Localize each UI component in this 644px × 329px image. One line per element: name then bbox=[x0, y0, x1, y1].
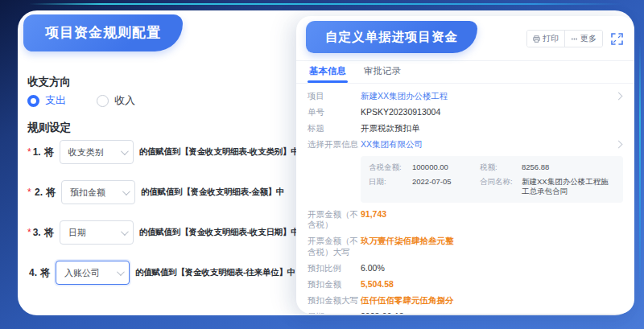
tax-incl-value: 100000.00 bbox=[412, 162, 477, 172]
field-label: 单号 bbox=[308, 107, 361, 117]
required-asterisk: * bbox=[27, 187, 33, 198]
tab-basic-info[interactable]: 基本信息 bbox=[309, 65, 346, 83]
field-doc-no: 单号 KPSKY20230913004 bbox=[308, 107, 623, 117]
chevron-right-icon[interactable] bbox=[615, 93, 623, 101]
print-button[interactable]: 打印 bbox=[527, 31, 564, 47]
printer-icon bbox=[533, 35, 540, 43]
field-withhold-amount: 预扣金额 5,504.58 bbox=[308, 279, 623, 290]
invoice-summary-box: 含税金额: 100000.00 税额: 8256.88 日期: 2022-07-… bbox=[361, 156, 623, 204]
select-value: 收支类别 bbox=[68, 146, 104, 158]
rule-field-select-3[interactable]: 日期 bbox=[60, 220, 134, 245]
document-header: 自定义单据进项目资金 打印 bbox=[296, 16, 634, 61]
radio-expense-label: 支出 bbox=[45, 93, 66, 108]
rule-field-select-2[interactable]: 预扣金额 bbox=[61, 180, 135, 204]
rule-number: 3. bbox=[33, 227, 41, 238]
field-value: 开票税款预扣单 bbox=[361, 123, 623, 134]
field-value: 91,743 bbox=[361, 209, 623, 220]
contract-value: 新建XX集团办公楼工程施工总承包合同 bbox=[522, 177, 615, 196]
fullscreen-icon[interactable] bbox=[610, 32, 624, 46]
decorative-top-line bbox=[29, 3, 623, 5]
more-icon bbox=[571, 35, 578, 43]
chevron-down-icon bbox=[121, 228, 129, 236]
invoice-date-label: 日期: bbox=[369, 177, 409, 196]
rule-verb: 将 bbox=[44, 146, 54, 159]
page-background: 项目资金规则配置 收支方向 支出 收入 规则设定 * 1. 将 bbox=[0, 0, 644, 329]
field-value: 伍仟伍佰零肆元伍角捌分 bbox=[361, 295, 623, 306]
required-asterisk: * bbox=[27, 227, 31, 238]
rule-number: 4. bbox=[29, 267, 37, 278]
field-value: 2023-09-13 bbox=[361, 311, 623, 314]
chevron-right-icon[interactable] bbox=[615, 141, 623, 149]
tax-incl-label: 含税金额: bbox=[369, 162, 409, 172]
tax-label: 税额: bbox=[480, 162, 518, 172]
rule-verb: 将 bbox=[46, 186, 56, 199]
chevron-down-icon bbox=[117, 268, 125, 276]
chevron-down-icon bbox=[121, 147, 129, 155]
select-value: 预扣金额 bbox=[70, 187, 105, 199]
detail-tabs: 基本信息 审批记录 bbox=[296, 61, 634, 84]
field-label: 预扣比例 bbox=[308, 263, 361, 273]
field-label: 预扣金额 bbox=[308, 279, 361, 290]
field-label: 项目 bbox=[308, 91, 361, 101]
field-label: 开票金额（不含税）大写 bbox=[308, 236, 361, 257]
document-toolbar: 打印 更多 bbox=[526, 30, 624, 47]
print-button-label: 打印 bbox=[543, 33, 559, 44]
field-label: 日期 bbox=[308, 311, 361, 314]
rule-row-3: * 3. 将 日期 的值赋值到【资金收支明细表-收支日期】中 bbox=[27, 220, 293, 245]
rule-row-4: 4. 将 入账公司 的值赋值到【资金收支明细表-往来单位】中 bbox=[27, 260, 293, 286]
field-amount-excl: 开票金额（不含税） 91,743 bbox=[308, 209, 623, 230]
rule-suffix: 的值赋值到【资金收支明细表-金额】中 bbox=[141, 187, 284, 198]
direction-radio-group: 支出 收入 bbox=[27, 93, 135, 108]
field-value: 玖万壹仟柒佰肆拾叁元整 bbox=[361, 236, 623, 246]
document-detail-card: 自定义单据进项目资金 打印 bbox=[296, 16, 634, 314]
invoice-date-value: 2022-07-05 bbox=[412, 177, 477, 196]
rule-verb: 将 bbox=[44, 226, 54, 240]
radio-selected-icon bbox=[27, 95, 39, 107]
chevron-down-icon bbox=[122, 187, 130, 195]
radio-expense[interactable]: 支出 bbox=[27, 93, 66, 108]
field-title: 标题 开票税款预扣单 bbox=[308, 123, 623, 134]
field-label: 预扣金额大写 bbox=[308, 295, 361, 306]
field-label: 开票金额（不含税） bbox=[308, 209, 361, 230]
rule-field-select-4[interactable]: 入账公司 bbox=[56, 261, 130, 285]
field-value: 6.00% bbox=[361, 263, 623, 273]
field-date: 日期 2023-09-13 bbox=[308, 311, 623, 314]
contract-label: 合同名称: bbox=[480, 177, 518, 196]
radio-income[interactable]: 收入 bbox=[97, 93, 135, 108]
required-asterisk: * bbox=[27, 146, 31, 158]
field-value: KPSKY20230913004 bbox=[361, 107, 623, 117]
field-label: 选择开票信息 bbox=[308, 139, 361, 150]
field-invoice-info: 选择开票信息 XX集团有限公司 bbox=[308, 139, 623, 150]
more-button-label: 更多 bbox=[580, 33, 597, 44]
field-project: 项目 新建XX集团办公楼工程 bbox=[308, 91, 623, 101]
field-amount-excl-caps: 开票金额（不含税）大写 玖万壹仟柒佰肆拾叁元整 bbox=[308, 236, 623, 257]
more-button[interactable]: 更多 bbox=[564, 31, 602, 47]
tax-value: 8256.88 bbox=[522, 162, 615, 172]
rule-config-panel: 项目资金规则配置 收支方向 支出 收入 规则设定 * 1. 将 bbox=[18, 10, 296, 315]
toolbar-button-group: 打印 更多 bbox=[526, 30, 603, 47]
rules-label: 规则设定 bbox=[27, 121, 71, 135]
rule-field-select-1[interactable]: 收支类别 bbox=[60, 140, 134, 164]
radio-income-label: 收入 bbox=[114, 93, 135, 108]
decorative-right-line bbox=[639, 40, 641, 297]
right-panel-title: 自定义单据进项目资金 bbox=[306, 21, 477, 53]
rule-number: 2. bbox=[35, 187, 43, 198]
direction-label: 收支方向 bbox=[27, 75, 71, 89]
radio-unselected-icon bbox=[97, 95, 109, 107]
select-value: 入账公司 bbox=[64, 267, 100, 279]
field-label: 标题 bbox=[308, 123, 361, 134]
field-withhold-caps: 预扣金额大写 伍仟伍佰零肆元伍角捌分 bbox=[308, 295, 623, 306]
tab-approval-record[interactable]: 审批记录 bbox=[364, 65, 401, 83]
left-panel-title: 项目资金规则配置 bbox=[23, 14, 183, 51]
content-canvas: 项目资金规则配置 收支方向 支出 收入 规则设定 * 1. 将 bbox=[18, 10, 634, 315]
select-value: 日期 bbox=[68, 227, 86, 239]
rule-suffix: 的值赋值到【资金收支明细表-往来单位】中 bbox=[135, 267, 295, 278]
rule-verb: 将 bbox=[40, 266, 50, 280]
rule-number: 1. bbox=[33, 146, 41, 158]
rule-suffix: 的值赋值到【资金收支明细表-收支日期】中 bbox=[139, 227, 299, 238]
project-link[interactable]: 新建XX集团办公楼工程 bbox=[361, 91, 609, 101]
field-withhold-ratio: 预扣比例 6.00% bbox=[308, 263, 623, 273]
invoice-company-link[interactable]: XX集团有限公司 bbox=[361, 139, 609, 150]
rules-list: * 1. 将 收支类别 的值赋值到【资金收支明细表-收支类别】中 * 2. 将 … bbox=[27, 139, 293, 300]
detail-fields: 项目 新建XX集团办公楼工程 单号 KPSKY20230913004 标题 开票… bbox=[296, 84, 634, 314]
